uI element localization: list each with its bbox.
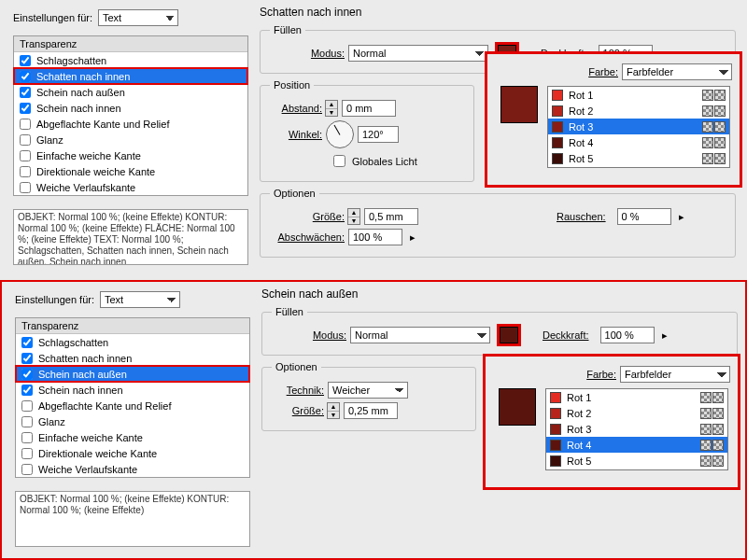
color-item-label: Rot 3: [569, 121, 593, 133]
color-preview-swatch[interactable]: [499, 388, 536, 426]
transparency-item[interactable]: Einfache weiche Kante: [14, 147, 247, 163]
color-type-icon: [700, 440, 712, 451]
color-item[interactable]: Rot 2: [546, 405, 727, 421]
transparency-item[interactable]: Schein nach innen: [14, 100, 247, 116]
transparency-item[interactable]: Schein nach innen: [16, 382, 249, 398]
transparency-item-label: Schein nach innen: [38, 385, 123, 396]
noise-input[interactable]: [617, 208, 671, 225]
color-swatch-list[interactable]: Rot 1Rot 2Rot 3Rot 4Rot 5: [545, 388, 728, 470]
transparency-checkbox[interactable]: [21, 432, 33, 443]
slider-arrow-icon[interactable]: ▸: [662, 329, 668, 342]
color-item-label: Rot 4: [567, 440, 591, 451]
color-swatch-icon: [550, 392, 561, 403]
transparency-checkbox[interactable]: [20, 166, 31, 177]
transparency-checkbox[interactable]: [21, 400, 33, 412]
color-item[interactable]: Rot 4: [546, 437, 727, 453]
transparency-item[interactable]: Direktionale weiche Kante: [16, 445, 249, 461]
spinner-down[interactable]: ▼: [348, 217, 359, 225]
spinner[interactable]: ▲▼: [327, 402, 340, 419]
transparency-checkbox[interactable]: [21, 448, 33, 459]
transparency-checkbox[interactable]: [21, 353, 33, 364]
color-item-label: Rot 1: [567, 392, 591, 403]
color-swatch-button[interactable]: [500, 327, 518, 343]
color-item[interactable]: Rot 3: [546, 421, 727, 437]
transparency-checkbox[interactable]: [20, 119, 31, 130]
transparency-checkbox[interactable]: [20, 55, 31, 66]
color-type-select[interactable]: Farbfelder: [620, 366, 730, 383]
transparency-checkbox[interactable]: [21, 416, 33, 427]
transparency-checkbox[interactable]: [21, 464, 33, 475]
transparency-checkbox[interactable]: [21, 369, 33, 380]
distance-input[interactable]: [342, 100, 396, 117]
transparency-item[interactable]: Schatten nach innen: [16, 350, 249, 366]
color-item-icons: [700, 408, 724, 419]
transparency-checkbox[interactable]: [20, 182, 31, 193]
color-type-icon: [700, 408, 712, 419]
opacity-input[interactable]: [600, 327, 655, 343]
transparency-checkbox[interactable]: [20, 134, 31, 146]
color-item-icons: [702, 137, 726, 148]
angle-label: Winkel:: [270, 129, 322, 140]
spinner-down[interactable]: ▼: [328, 412, 339, 419]
transparency-item[interactable]: Schein nach außen: [16, 366, 249, 382]
transparency-item[interactable]: Glanz: [16, 413, 249, 429]
spinner-up[interactable]: ▲: [326, 101, 337, 109]
technique-select[interactable]: Weicher: [328, 382, 408, 399]
angle-dial[interactable]: [326, 120, 354, 148]
color-item[interactable]: Rot 4: [548, 134, 729, 150]
color-item[interactable]: Rot 5: [546, 453, 727, 469]
settings-for-select[interactable]: Text: [98, 9, 178, 26]
color-preview-swatch[interactable]: [500, 86, 538, 123]
mode-select[interactable]: Normal: [350, 327, 490, 343]
transparency-item[interactable]: Schatten nach innen: [14, 68, 247, 84]
mode-label: Modus:: [272, 329, 346, 341]
transparency-checkbox[interactable]: [20, 103, 31, 114]
transparency-item[interactable]: Abgeflachte Kante und Relief: [14, 116, 247, 132]
color-type-icon: [714, 153, 726, 164]
color-item-label: Rot 2: [569, 105, 593, 117]
color-item[interactable]: Rot 5: [548, 150, 729, 166]
transparency-item[interactable]: Weiche Verlaufskante: [14, 179, 247, 195]
transparency-item-label: Einfache weiche Kante: [38, 432, 143, 443]
color-type-icon: [702, 90, 713, 101]
transparency-item[interactable]: Schlagschatten: [14, 52, 247, 68]
angle-input[interactable]: [358, 126, 399, 143]
color-swatch-icon: [552, 153, 563, 164]
transparency-checkbox[interactable]: [21, 385, 33, 396]
color-item[interactable]: Rot 3: [548, 119, 729, 134]
slider-arrow-icon[interactable]: ▸: [679, 211, 684, 223]
settings-for-select[interactable]: Text: [100, 291, 180, 308]
transparency-item-label: Schein nach außen: [36, 87, 125, 98]
spinner[interactable]: ▲▼: [325, 100, 338, 117]
color-item[interactable]: Rot 2: [548, 103, 729, 119]
color-item[interactable]: Rot 1: [546, 389, 727, 405]
transparency-item[interactable]: Einfache weiche Kante: [16, 429, 249, 445]
slider-arrow-icon[interactable]: ▸: [410, 231, 416, 244]
color-type-select[interactable]: Farbfelder: [622, 63, 732, 80]
spinner-up[interactable]: ▲: [328, 403, 339, 412]
mode-select[interactable]: Normal: [348, 45, 488, 62]
transparency-item[interactable]: Weiche Verlaufskante: [16, 461, 249, 477]
color-swatch-list[interactable]: Rot 1Rot 2Rot 3Rot 4Rot 5: [547, 86, 730, 168]
color-type-icon: [714, 121, 726, 133]
transparency-item[interactable]: Schein nach außen: [14, 84, 247, 100]
transparency-checkbox[interactable]: [20, 71, 31, 82]
color-item[interactable]: Rot 1: [548, 87, 729, 103]
spinner[interactable]: ▲▼: [347, 208, 360, 225]
size-input[interactable]: [344, 402, 398, 419]
position-legend: Position: [270, 79, 314, 91]
transparency-item[interactable]: Schlagschatten: [16, 334, 249, 350]
transparency-item[interactable]: Glanz: [14, 132, 247, 147]
transparency-checkbox[interactable]: [20, 87, 31, 98]
color-item-label: Rot 3: [567, 424, 591, 435]
size-input[interactable]: [364, 208, 418, 225]
spinner-up[interactable]: ▲: [348, 209, 359, 217]
spinner-down[interactable]: ▼: [326, 109, 337, 117]
transparency-item[interactable]: Abgeflachte Kante und Relief: [16, 398, 249, 413]
choke-input[interactable]: [348, 229, 402, 245]
section-title: Schatten nach innen: [260, 6, 736, 19]
transparency-item[interactable]: Direktionale weiche Kante: [14, 163, 247, 179]
transparency-checkbox[interactable]: [20, 150, 31, 161]
global-light-checkbox[interactable]: [333, 155, 345, 167]
transparency-checkbox[interactable]: [21, 337, 33, 348]
